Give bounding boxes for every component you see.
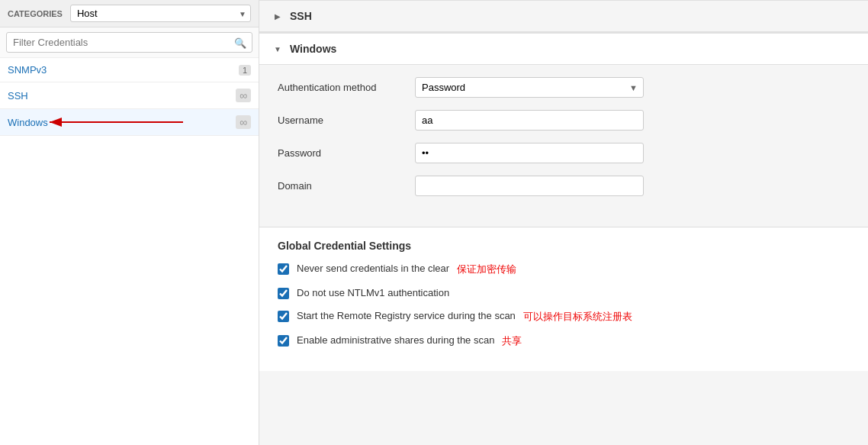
domain-input[interactable] xyxy=(415,176,644,196)
sidebar-header: CATEGORIES Host Network Web Application … xyxy=(0,0,259,27)
auth-method-label: Authentication method xyxy=(278,82,415,93)
windows-section-body: Authentication method Password Public Ke… xyxy=(259,65,868,221)
annotation-admin-shares: 共享 xyxy=(502,334,522,348)
windows-badge: ∞ xyxy=(236,115,251,129)
main-content: ▶ SSH ▼ Windows Authentication method Pa… xyxy=(259,0,868,445)
auth-method-row: Authentication method Password Public Ke… xyxy=(278,77,850,98)
snmpv3-label: SNMPv3 xyxy=(8,64,239,76)
password-input[interactable] xyxy=(415,143,644,163)
sidebar-item-snmpv3[interactable]: SNMPv3 1 xyxy=(0,58,259,82)
ssh-badge: ∞ xyxy=(236,89,251,102)
checkbox-row-3: Enable administrative shares during the … xyxy=(278,334,850,348)
annotation-remote-registry: 可以操作目标系统注册表 xyxy=(523,310,632,324)
global-settings-title: Global Credential Settings xyxy=(278,240,850,252)
checkbox-never-send-label: Never send credentials in the clear xyxy=(297,263,449,274)
username-label: Username xyxy=(278,114,415,126)
category-select[interactable]: Host Network Web Application xyxy=(70,5,251,22)
sidebar-item-windows[interactable]: Windows ∞ xyxy=(0,109,259,136)
checkbox-row-0: Never send credentials in the clear 保证加密… xyxy=(278,263,850,276)
username-row: Username xyxy=(278,110,850,131)
auth-method-select[interactable]: Password Public Key Certificate xyxy=(415,77,644,98)
sidebar-item-ssh[interactable]: SSH ∞ xyxy=(0,82,259,109)
global-settings-section: Global Credential Settings Never send cr… xyxy=(259,227,868,371)
ssh-section-header[interactable]: ▶ SSH xyxy=(259,0,868,32)
snmpv3-badge: 1 xyxy=(239,65,251,76)
search-icon: 🔍 xyxy=(234,37,246,48)
username-input[interactable] xyxy=(415,110,644,131)
domain-control xyxy=(415,176,644,196)
checkbox-row-2: Start the Remote Registry service during… xyxy=(278,310,850,324)
domain-label: Domain xyxy=(278,180,415,192)
filter-wrapper: 🔍 xyxy=(0,27,259,58)
password-row: Password xyxy=(278,143,850,163)
auth-method-control: Password Public Key Certificate ▼ xyxy=(415,77,644,98)
password-label: Password xyxy=(278,147,415,159)
domain-row: Domain xyxy=(278,176,850,196)
windows-label: Windows xyxy=(8,117,236,128)
checkbox-admin-shares-label: Enable administrative shares during the … xyxy=(297,334,494,346)
ssh-label: SSH xyxy=(8,90,236,102)
windows-section-header[interactable]: ▼ Windows xyxy=(259,33,868,65)
ssh-toggle-icon[interactable]: ▶ xyxy=(272,10,284,22)
windows-section: ▼ Windows Authentication method Password… xyxy=(259,33,868,221)
checkbox-no-ntlm[interactable] xyxy=(278,288,289,299)
password-control xyxy=(415,143,644,163)
categories-label: CATEGORIES xyxy=(8,9,63,18)
filter-credentials-input[interactable] xyxy=(6,32,252,53)
sidebar: CATEGORIES Host Network Web Application … xyxy=(0,0,259,445)
checkbox-admin-shares[interactable] xyxy=(278,335,289,347)
checkbox-remote-registry-label: Start the Remote Registry service during… xyxy=(297,310,516,321)
checkbox-no-ntlm-label: Do not use NTLMv1 authentication xyxy=(297,287,449,298)
category-select-wrapper: Host Network Web Application ▼ xyxy=(70,5,251,22)
windows-toggle-icon[interactable]: ▼ xyxy=(272,43,284,55)
username-control xyxy=(415,110,644,131)
checkbox-row-1: Do not use NTLMv1 authentication xyxy=(278,287,850,299)
ssh-section: ▶ SSH xyxy=(259,0,868,33)
checkbox-remote-registry[interactable] xyxy=(278,311,289,322)
checkbox-never-send[interactable] xyxy=(278,263,289,275)
ssh-section-title: SSH xyxy=(290,10,312,22)
windows-section-title: Windows xyxy=(290,43,336,55)
annotation-never-send: 保证加密传输 xyxy=(457,263,516,276)
